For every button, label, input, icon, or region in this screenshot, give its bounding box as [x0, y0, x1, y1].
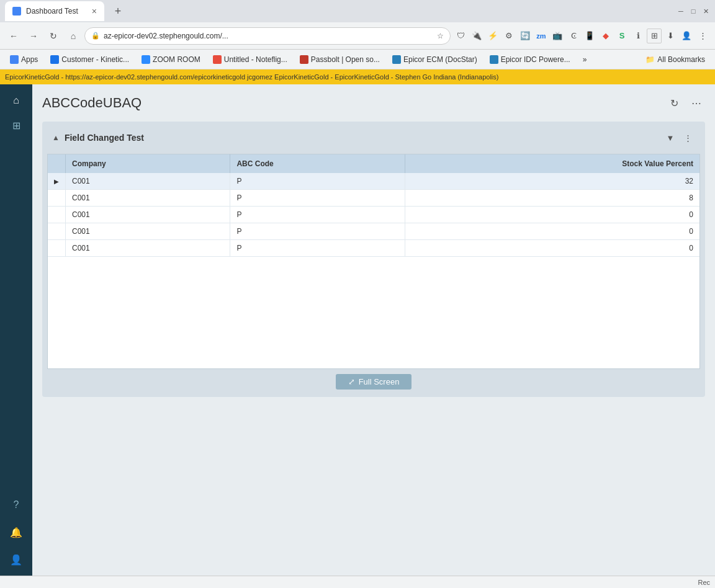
row-indicator-4	[48, 223, 66, 240]
bookmark-folder-icon: 📁	[645, 55, 655, 64]
extension-icon-1[interactable]: 🔌	[469, 29, 484, 43]
data-table: Company ABC Code Stock Value Percent ▶ C…	[48, 154, 699, 257]
extension-icon-3[interactable]: 🔄	[518, 29, 533, 43]
back-button[interactable]: ←	[5, 27, 22, 45]
status-text: Rec	[698, 579, 710, 586]
cell-abc-4: P	[230, 223, 405, 240]
bookmark-icon[interactable]: ☆	[437, 32, 444, 40]
sidebar-apps-icon[interactable]: ⊞	[5, 114, 27, 136]
col-company: Company	[66, 154, 230, 173]
bookmark-epicor-ecm-label: Epicor ECM (DocStar)	[403, 55, 477, 64]
navigation-bar: ← → ↻ ⌂ 🔒 az-epicor-dev02.stephengould.c…	[0, 22, 715, 50]
bookmark-more[interactable]: »	[578, 53, 592, 66]
profile-icon[interactable]: 👤	[679, 29, 694, 43]
cell-abc-3: P	[230, 207, 405, 223]
bookmark-epicor-idc-icon	[490, 55, 498, 64]
extension-icon-9[interactable]: ℹ	[631, 29, 645, 43]
bookmark-passbolt-label: Passbolt | Open so...	[311, 55, 380, 64]
sidebar-help-icon[interactable]: ?	[5, 494, 27, 516]
panel-collapse-button[interactable]: ▲	[52, 133, 60, 142]
close-button[interactable]: ✕	[701, 7, 710, 16]
info-bar: EpicorKineticGold - https://az-epicor-de…	[0, 69, 715, 84]
bookmark-all-label: All Bookmarks	[657, 55, 705, 64]
col-indicator	[48, 154, 66, 173]
app-body: ⌂ ⊞ ? 🔔 👤 ABCCodeUBAQ ↻ ⋯ ▲ Field Change…	[0, 84, 715, 576]
settings-icon[interactable]: ⚙	[501, 29, 516, 43]
refresh-button[interactable]: ↻	[45, 27, 62, 45]
window-controls: ─ □ ✕	[677, 7, 710, 16]
sidebar-profile-icon[interactable]: 👤	[5, 548, 27, 571]
sidebar-notifications-icon[interactable]: 🔔	[5, 521, 27, 543]
extension-icon-5[interactable]: Ͼ	[566, 29, 581, 43]
bookmark-more-label: »	[583, 55, 587, 64]
cell-company-2: C001	[66, 190, 230, 207]
page-header: ABCCodeUBAQ ↻ ⋯	[42, 94, 705, 112]
bookmark-passbolt-icon	[300, 55, 308, 64]
bookmark-noteflig[interactable]: Untitled - Noteflig...	[208, 53, 292, 66]
sidebar-home-icon[interactable]: ⌂	[5, 89, 27, 112]
bookmark-noteflig-icon	[213, 55, 222, 64]
extension-icon-7[interactable]: ◆	[598, 29, 613, 43]
bookmark-passbolt[interactable]: Passbolt | Open so...	[295, 53, 385, 66]
col-stock-value: Stock Value Percent	[405, 154, 699, 173]
zoom-icon[interactable]: zm	[534, 29, 549, 43]
minimize-button[interactable]: ─	[677, 7, 685, 16]
bookmarks-bar: Apps Customer - Kinetic... ZOOM ROOM Unt…	[0, 50, 715, 69]
page-title: ABCCodeUBAQ	[42, 95, 665, 111]
new-tab-button[interactable]: +	[109, 2, 127, 20]
table-row[interactable]: C001 P 0	[48, 223, 699, 240]
maximize-button[interactable]: □	[689, 7, 698, 16]
info-bar-text: EpicorKineticGold - https://az-epicor-de…	[5, 73, 498, 81]
row-indicator-3	[48, 207, 66, 223]
bookmark-all[interactable]: 📁 All Bookmarks	[641, 53, 710, 66]
cell-abc-1: P	[230, 173, 405, 190]
cell-stock-5: 0	[405, 240, 699, 257]
cell-company-5: C001	[66, 240, 230, 257]
table-row[interactable]: C001 P 8	[48, 190, 699, 207]
cell-company-1: C001	[66, 173, 230, 190]
bookmark-customer-label: Customer - Kinetic...	[61, 55, 129, 64]
home-button[interactable]: ⌂	[65, 27, 82, 45]
address-bar[interactable]: 🔒 az-epicor-dev02.stephengould.com/... ☆	[84, 27, 451, 45]
extension-icon-2[interactable]: ⚡	[485, 29, 500, 43]
forward-button[interactable]: →	[25, 27, 42, 45]
cell-abc-5: P	[230, 240, 405, 257]
extension-icon-6[interactable]: 📱	[582, 29, 597, 43]
bookmark-zoom-icon	[142, 55, 150, 64]
browser-nav-icons: 🛡 🔌 ⚡ ⚙ 🔄 zm 📺 Ͼ 📱 ◆ S ℹ ⊞ ⬇ 👤 ⋮	[453, 29, 710, 43]
table-container: Company ABC Code Stock Value Percent ▶ C…	[47, 154, 700, 369]
bookmark-epicor-idc-label: Epicor IDC Powere...	[501, 55, 570, 64]
refresh-page-button[interactable]: ↻	[665, 94, 683, 112]
tab-close-button[interactable]: ×	[92, 6, 97, 16]
extension-icon-10[interactable]: ⊞	[647, 29, 662, 43]
more-options-button[interactable]: ⋯	[688, 94, 705, 112]
bookmark-epicor-ecm[interactable]: Epicor ECM (DocStar)	[387, 53, 482, 66]
cell-stock-4: 0	[405, 223, 699, 240]
active-tab[interactable]: Dashboard Test ×	[5, 1, 104, 21]
extension-icon-8[interactable]: S	[614, 29, 629, 43]
bookmark-customer-icon	[50, 55, 59, 64]
extension-icon-4[interactable]: 📺	[550, 29, 565, 43]
full-screen-icon: ⤢	[348, 377, 355, 386]
cell-company-3: C001	[66, 207, 230, 223]
cell-stock-1: 32	[405, 173, 699, 190]
download-icon[interactable]: ⬇	[663, 29, 678, 43]
panel-menu-button[interactable]: ⋮	[680, 130, 695, 145]
table-row[interactable]: ▶ C001 P 32	[48, 173, 699, 190]
bookmark-apps[interactable]: Apps	[5, 53, 43, 66]
bookmark-customer-kinetic[interactable]: Customer - Kinetic...	[45, 53, 134, 66]
bookmark-epicor-idc[interactable]: Epicor IDC Powere...	[485, 53, 575, 66]
menu-icon[interactable]: ⋮	[695, 29, 710, 43]
title-bar: Dashboard Test × + ─ □ ✕	[0, 0, 715, 22]
table-row[interactable]: C001 P 0	[48, 207, 699, 223]
table-row[interactable]: C001 P 0	[48, 240, 699, 257]
table-empty-area	[48, 257, 699, 368]
bookmark-epicor-ecm-icon	[392, 55, 401, 64]
full-screen-button[interactable]: ⤢ Full Screen	[336, 374, 412, 390]
bookmark-noteflig-label: Untitled - Noteflig...	[224, 55, 287, 64]
shield-icon[interactable]: 🛡	[453, 29, 468, 43]
main-content: ABCCodeUBAQ ↻ ⋯ ▲ Field Changed Test ▼ ⋮	[32, 84, 715, 576]
bookmark-zoom[interactable]: ZOOM ROOM	[137, 53, 205, 66]
full-screen-label: Full Screen	[359, 377, 400, 386]
filter-button[interactable]: ▼	[663, 130, 678, 145]
